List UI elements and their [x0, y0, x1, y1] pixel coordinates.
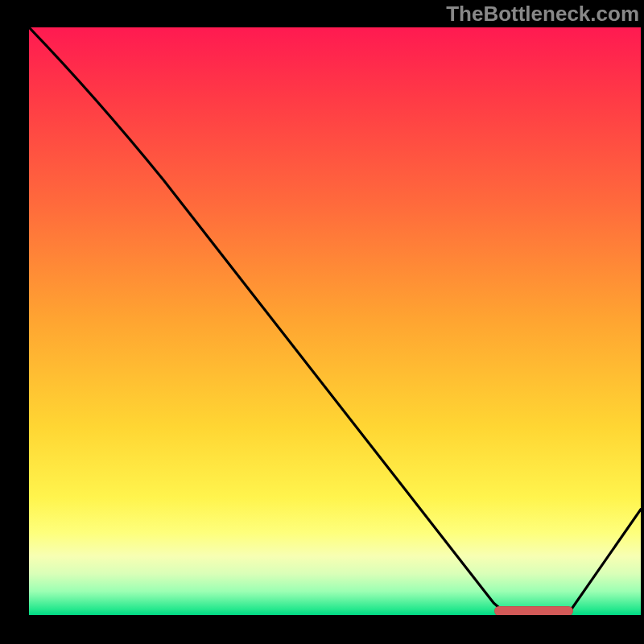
bottleneck-curve-layer: [29, 27, 641, 615]
plot-area: [29, 27, 641, 615]
bottleneck-curve: [29, 27, 641, 615]
chart-container: TheBottleneck.com: [0, 0, 644, 644]
x-axis: [0, 615, 644, 644]
watermark-text: TheBottleneck.com: [446, 2, 639, 27]
y-axis: [0, 0, 29, 644]
optimal-range-marker: [494, 606, 574, 615]
